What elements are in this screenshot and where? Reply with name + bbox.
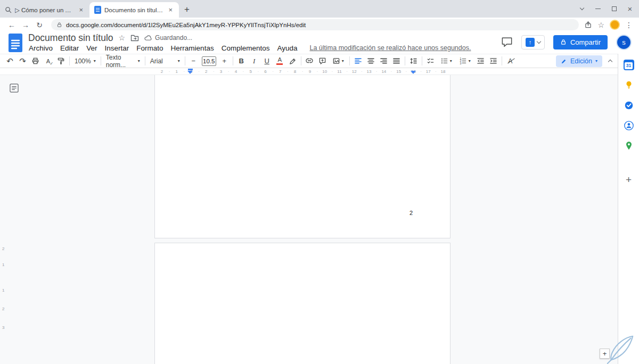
highlight-color-icon[interactable] (286, 55, 299, 67)
get-addons-icon[interactable]: + (626, 174, 632, 186)
save-status: Guardando... (144, 34, 192, 42)
print-icon[interactable] (29, 55, 42, 67)
star-document-icon[interactable]: ☆ (119, 34, 126, 42)
text-color-icon[interactable]: A (274, 55, 286, 67)
insert-image-icon[interactable]: ▾ (329, 55, 347, 67)
docs-favicon-icon (94, 6, 101, 14)
tab-docs-active[interactable]: Documento sin título - Documen... × (89, 2, 179, 18)
tab-close-icon[interactable]: × (77, 6, 85, 14)
browser-menu-icon[interactable]: ⋮ (625, 21, 633, 29)
numbered-list-icon[interactable]: 123 ▾ (456, 55, 474, 67)
minimize-button[interactable] (590, 0, 606, 18)
workspace-side-panel: 31 + (618, 54, 639, 364)
redo-icon[interactable]: ↷ (17, 55, 29, 67)
explore-button[interactable]: + (600, 349, 610, 359)
browser-tab-strip: ▷ Cómo poner un Archivo de W... × Docume… (0, 0, 639, 18)
increase-font-size-icon[interactable]: + (218, 55, 231, 67)
insert-link-icon[interactable] (304, 55, 316, 67)
tab-close-icon[interactable]: × (167, 6, 174, 14)
vertical-ruler-number: 1 (2, 262, 4, 267)
align-right-icon[interactable] (378, 55, 390, 67)
url-text: docs.google.com/document/d/1l2SyMEu2Ea5n… (66, 22, 306, 28)
align-left-icon[interactable] (352, 55, 364, 67)
tab-search-result[interactable]: ▷ Cómo poner un Archivo de W... × (0, 2, 89, 18)
increase-indent-icon[interactable] (487, 55, 499, 67)
comment-history-icon[interactable] (501, 37, 513, 47)
left-indent-marker[interactable] (187, 71, 193, 74)
bold-icon[interactable]: B (235, 55, 248, 67)
share-page-icon[interactable] (584, 21, 592, 29)
align-center-icon[interactable] (365, 55, 377, 67)
reload-icon[interactable]: ↻ (33, 21, 46, 29)
first-line-indent-marker[interactable] (188, 69, 193, 70)
decrease-font-size-icon[interactable]: − (187, 55, 200, 67)
account-avatar[interactable]: s (616, 35, 632, 50)
ruler-number: 4 (228, 68, 243, 75)
menu-item[interactable]: Ayuda (273, 44, 301, 52)
move-folder-icon[interactable] (130, 34, 139, 42)
tab-search-chevron-icon[interactable] (574, 0, 590, 18)
font-family-value: Arial (150, 57, 163, 65)
menu-item[interactable]: Insertar (101, 44, 133, 52)
menu-item[interactable]: Formato (133, 44, 167, 52)
contacts-icon[interactable] (623, 120, 635, 131)
collapse-toolbar-icon[interactable] (608, 60, 612, 64)
bulleted-list-icon[interactable]: ▾ (437, 55, 455, 67)
font-size-input[interactable]: 10.5 (202, 56, 216, 66)
forward-icon[interactable]: → (19, 21, 32, 29)
back-icon[interactable]: ← (5, 21, 18, 29)
bookmark-star-icon[interactable]: ☆ (597, 21, 604, 29)
italic-icon[interactable]: I (248, 55, 260, 67)
justify-icon[interactable] (390, 55, 403, 67)
menu-item[interactable]: Ver (83, 44, 101, 52)
close-window-button[interactable]: × (622, 0, 638, 18)
spellcheck-icon[interactable]: A✓ (42, 55, 54, 67)
calendar-icon[interactable]: 31 (623, 59, 635, 71)
ruler-number: 7 (273, 68, 288, 75)
maps-icon[interactable] (623, 140, 635, 152)
undo-icon[interactable]: ↶ (4, 55, 16, 67)
font-family-select[interactable]: Arial▾ (148, 55, 183, 67)
zoom-select[interactable]: 100%▾ (72, 55, 99, 67)
document-canvas[interactable]: 21123 2 (0, 75, 618, 364)
menu-item[interactable]: Archivo (25, 44, 56, 52)
url-input[interactable]: docs.google.com/document/d/1l2SyMEu2Ea5n… (51, 19, 579, 30)
document-page-2[interactable]: 2 (154, 75, 450, 238)
add-comment-icon[interactable] (316, 55, 329, 67)
underline-icon[interactable]: U (261, 55, 273, 67)
tasks-icon[interactable] (623, 100, 635, 111)
address-bar-actions: ☆ ⋮ (584, 20, 634, 30)
share-button[interactable]: Compartir (553, 35, 608, 49)
new-tab-button[interactable]: + (184, 5, 190, 14)
menu-item[interactable]: Editar (56, 44, 83, 52)
ruler-number: 3 (214, 68, 228, 75)
save-status-text: Guardando... (155, 34, 192, 42)
horizontal-ruler[interactable]: 21123456789101112131415161718 (0, 68, 618, 75)
browser-profile-avatar[interactable] (610, 20, 620, 30)
document-page-3[interactable] (154, 243, 450, 364)
vertical-ruler-number: 1 (2, 288, 4, 293)
editing-mode-button[interactable]: Edición ▾ (556, 55, 602, 67)
cloud-saving-icon (144, 35, 152, 41)
menu-item[interactable]: Herramientas (167, 44, 218, 52)
document-title[interactable]: Documento sin título (28, 32, 113, 44)
docs-header: Documento sin título ☆ Guardando... Arch… (0, 32, 639, 54)
menu-item[interactable]: Complementos (218, 44, 274, 52)
docs-logo-icon[interactable] (8, 33, 23, 55)
checklist-icon[interactable] (424, 55, 437, 67)
right-indent-marker[interactable] (411, 71, 416, 74)
keep-icon[interactable] (623, 79, 635, 91)
svg-text:3: 3 (460, 62, 461, 65)
vertical-ruler-number: 2 (2, 307, 4, 311)
show-outline-icon[interactable] (9, 82, 19, 93)
last-modified-link[interactable]: La última modificación se realizó hace u… (309, 44, 471, 52)
paragraph-style-select[interactable]: Texto norm...▾ (103, 55, 143, 67)
line-spacing-icon[interactable] (407, 55, 420, 67)
paint-format-icon[interactable] (55, 55, 67, 67)
ruler-number: 13 (362, 68, 376, 75)
tab-title: ▷ Cómo poner un Archivo de W... (15, 6, 74, 14)
present-to-meeting-button[interactable]: ↑ (521, 35, 545, 49)
clear-formatting-icon[interactable]: A (504, 55, 517, 67)
decrease-indent-icon[interactable] (474, 55, 487, 67)
maximize-button[interactable] (606, 0, 622, 18)
